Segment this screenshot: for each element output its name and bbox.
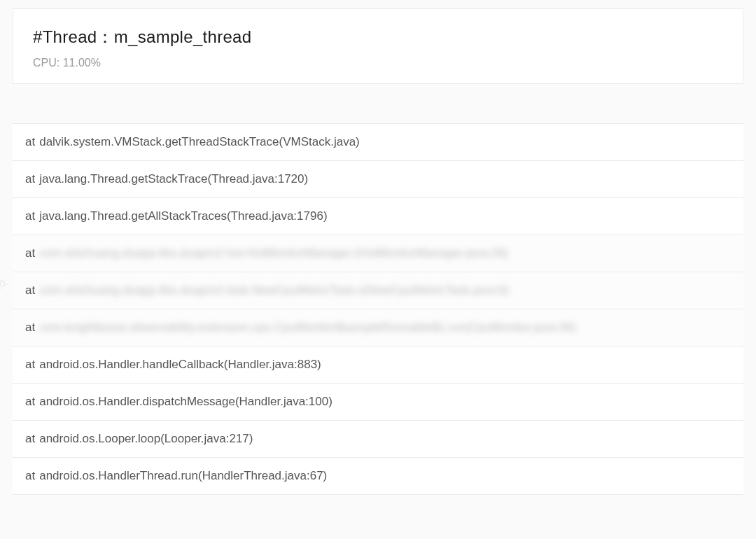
- stack-frame-at: at: [25, 135, 35, 149]
- stack-frame-at: at: [25, 432, 35, 446]
- stack-frame-row[interactable]: atandroid.os.Handler.handleCallback(Hand…: [13, 346, 743, 384]
- stack-frame-row[interactable]: atandroid.os.Handler.dispatchMessage(Han…: [13, 384, 743, 421]
- stack-trace-list: atdalvik.system.VMStack.getThreadStackTr…: [13, 123, 743, 495]
- stack-frame-row[interactable]: atdalvik.system.VMStack.getThreadStackTr…: [13, 124, 743, 161]
- stack-frame-text: com.knightboost.observability.extension.…: [39, 321, 576, 335]
- stack-frame-row[interactable]: atcom.shizhuang.duapp.libs.duapm2.hot.Ho…: [13, 235, 743, 272]
- stack-frame-row[interactable]: atjava.lang.Thread.getStackTrace(Thread.…: [13, 161, 743, 198]
- stack-frame-row[interactable]: atandroid.os.HandlerThread.run(HandlerTh…: [13, 458, 743, 495]
- stack-frame-at: at: [25, 469, 35, 483]
- stack-frame-at: at: [25, 172, 35, 186]
- stack-frame-at: at: [25, 246, 35, 260]
- stack-frame-text: android.os.HandlerThread.run(HandlerThre…: [39, 469, 327, 483]
- stack-frame-text: android.os.Looper.loop(Looper.java:217): [39, 432, 253, 446]
- thread-header-card: #Thread：m_sample_thread CPU: 11.00%: [13, 8, 743, 84]
- stack-frame-at: at: [25, 209, 35, 223]
- stack-frame-text: java.lang.Thread.getAllStackTraces(Threa…: [39, 209, 327, 223]
- stack-frame-text: android.os.Handler.dispatchMessage(Handl…: [39, 395, 332, 409]
- stack-frame-text: com.shizhuang.duapp.libs.duapm2.task.New…: [39, 284, 509, 298]
- stack-frame-row[interactable]: atcom.shizhuang.duapp.libs.duapm2.task.N…: [13, 272, 743, 309]
- stack-frame-text: java.lang.Thread.getStackTrace(Thread.ja…: [39, 172, 308, 186]
- thread-title: #Thread：m_sample_thread: [33, 26, 723, 48]
- stack-frame-row[interactable]: atjava.lang.Thread.getAllStackTraces(Thr…: [13, 198, 743, 235]
- stack-frame-at: at: [25, 321, 35, 335]
- stack-frame-at: at: [25, 358, 35, 372]
- thread-stack-panel: #Thread：m_sample_thread CPU: 11.00% atda…: [0, 0, 756, 539]
- cpu-usage-label: CPU: 11.00%: [33, 57, 723, 69]
- stack-frame-row[interactable]: atcom.knightboost.observability.extensio…: [13, 309, 743, 346]
- stack-frame-text: android.os.Handler.handleCallback(Handle…: [39, 358, 321, 372]
- stack-frame-at: at: [25, 395, 35, 409]
- stack-frame-row[interactable]: atandroid.os.Looper.loop(Looper.java:217…: [13, 421, 743, 458]
- stack-frame-text: dalvik.system.VMStack.getThreadStackTrac…: [39, 135, 360, 149]
- stack-frame-at: at: [25, 284, 35, 298]
- stack-frame-text: com.shizhuang.duapp.libs.duapm2.hot.HotM…: [39, 246, 508, 260]
